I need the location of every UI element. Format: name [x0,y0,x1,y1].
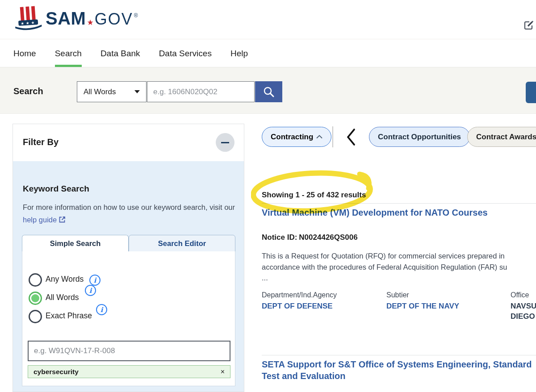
info-icon-any-words[interactable]: i [89,275,100,286]
result-2-title-link[interactable]: SETA Support for S&T Office of Systems E… [262,359,536,382]
result-divider [262,355,536,355]
radio-any-words-label: Any Words [46,275,84,284]
result-divider [262,203,536,204]
description-line: ... [262,272,507,284]
help-guide-link-label: help guide [23,216,57,224]
result-2-title-line: SETA Support for S&T Office of Systems E… [262,359,536,371]
keyword-chip-cybersecurity: cybersecurity × [28,365,230,378]
notice-id-value: N0024426QS006 [299,233,357,242]
category-button-contract-awards[interactable]: Contract Awards [467,127,536,147]
simple-search-tab-content: Any Words i All Words i Exact Phrase i c… [22,251,235,386]
filter-panel-header: Filter By [13,124,244,161]
radio-any-words[interactable] [29,273,42,287]
domain-dropdown-contracting[interactable]: Contracting [262,127,331,147]
results-column: Contracting Contract Opportunities Contr… [262,124,536,392]
brand-star-icon: ★ [87,18,93,27]
svg-text:★: ★ [26,21,30,25]
keyword-search-heading: Keyword Search [23,184,89,194]
description-line: This is a Request for Quotation (RFQ) fo… [262,250,507,262]
search-mode-select[interactable]: All Words [77,81,147,102]
tab-simple-search[interactable]: Simple Search [22,235,129,252]
search-band-label: Search [13,86,43,96]
result-1-description: This is a Request for Quotation (RFQ) fo… [262,250,507,284]
brand-gov: GOV [95,10,133,29]
primary-nav: Home Search Data Bank Data Services Help [0,40,536,67]
description-line: accordance with the procedures of Federa… [262,262,507,273]
radio-exact-phrase[interactable] [29,310,42,323]
info-icon-all-words[interactable]: i [85,285,96,296]
chevron-up-icon [316,135,322,139]
field-label: Department/Ind.Agency [262,291,337,299]
field-office: Office NAVSU DIEGO [511,291,536,321]
svg-text:★: ★ [21,21,25,26]
search-submit-button[interactable] [255,81,282,102]
search-mode-value: All Words [84,88,116,96]
category-button-contract-opportunities[interactable]: Contract Opportunities [369,127,470,147]
results-count: Showing 1 - 25 of 432 results [262,191,366,200]
uncle-sam-hat-icon: ★ ★ ★ [12,3,44,34]
field-value-link[interactable]: DEPT OF THE NAVY [386,301,459,311]
nav-item-home[interactable]: Home [13,40,36,67]
result-2-title-line: Test and Evaluation [262,371,536,382]
keyword-input[interactable] [28,341,230,361]
radio-all-words[interactable] [29,292,42,305]
result-1-title-link[interactable]: Virtual Machine (VM) Development for NAT… [262,208,536,218]
radio-all-words-label: All Words [46,293,79,302]
sam-gov-search-page: ★ ★ ★ SAM ★ GOV ® Home Search Data Bank … [0,0,536,392]
brand-sam: SAM [46,8,86,29]
help-guide-link[interactable]: help guide [23,216,66,224]
nav-item-help[interactable]: Help [230,40,248,67]
keyword-search-tabs: Simple Search Search Editor [22,235,235,252]
nav-item-search[interactable]: Search [55,40,82,67]
pill-row-divider [332,126,333,147]
magnifier-icon [263,86,275,98]
office-value-line: NAVSU [511,301,536,311]
minus-icon [221,142,229,143]
sam-gov-logo[interactable]: ★ ★ ★ SAM ★ GOV ® [13,4,138,33]
notice-id-label: Notice ID: [262,233,297,242]
tab-search-editor[interactable]: Search Editor [129,235,235,252]
collapse-filters-button[interactable] [216,133,234,152]
band-edge-button-partial[interactable] [526,82,536,103]
chip-remove-icon[interactable]: × [221,368,225,375]
filter-panel: Filter By Keyword Search For more inform… [13,124,244,392]
brand-registered-mark: ® [134,13,138,19]
filter-panel-title: Filter By [23,137,59,147]
svg-text:★: ★ [31,21,35,25]
chevron-left-icon[interactable] [346,128,356,146]
field-label: Office [511,291,536,299]
chip-label: cybersecurity [34,368,79,376]
office-value-line: DIEGO [511,311,536,321]
keyword-info-text: For more information on how to use our k… [23,203,235,211]
site-header: ★ ★ ★ SAM ★ GOV ® [0,0,536,39]
search-input[interactable] [147,81,255,102]
nav-item-data-services[interactable]: Data Services [159,40,212,67]
field-department: Department/Ind.Agency DEPT OF DEFENSE [262,291,337,311]
field-value: NAVSU DIEGO [511,301,536,321]
field-value-link[interactable]: DEPT OF DEFENSE [262,301,337,311]
search-band: Search All Words [0,67,536,114]
radio-exact-phrase-label: Exact Phrase [46,311,92,321]
field-subtier: Subtier DEPT OF THE NAVY [386,291,459,311]
result-1-notice-id: Notice ID:N0024426QS006 [262,233,360,242]
field-label: Subtier [386,291,459,299]
edit-compose-icon[interactable] [523,19,535,31]
domain-dropdown-label: Contracting [271,133,313,142]
brand-wordmark: SAM ★ GOV ® [46,8,138,29]
keyword-search-info: For more information on how to use our k… [23,201,235,226]
caret-down-icon [134,90,140,93]
nav-item-data-bank[interactable]: Data Bank [100,40,140,67]
external-link-icon [59,216,66,223]
info-icon-exact-phrase[interactable]: i [96,304,107,315]
